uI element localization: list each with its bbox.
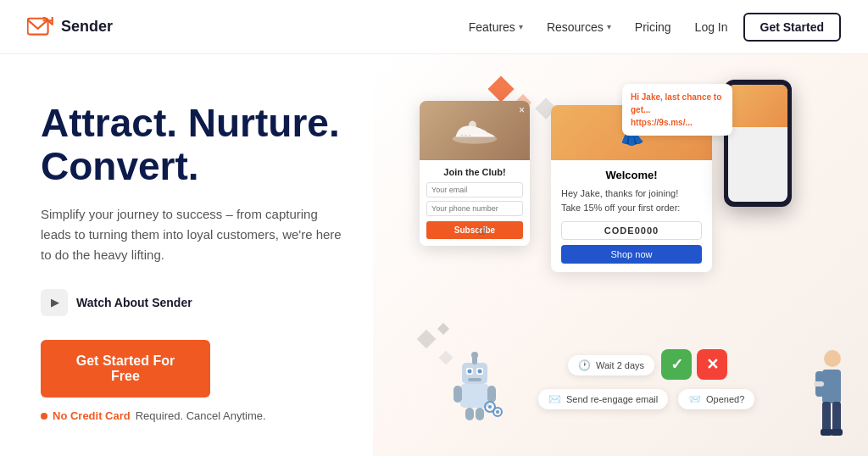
svg-rect-12 <box>822 402 831 431</box>
svg-rect-13 <box>832 402 841 431</box>
decorative-diamond-4 <box>417 330 437 349</box>
popup-title: Join the Club! <box>426 167 523 177</box>
decorative-diamond-1 <box>487 75 514 102</box>
svg-rect-16 <box>814 381 824 386</box>
svg-point-33 <box>496 410 499 414</box>
hero-title: Attract. Nurture. Convert. <box>41 102 346 187</box>
promo-code: CODE0000 <box>561 221 702 240</box>
email-card-body: Welcome! Hey Jake, thanks for joining! T… <box>551 160 712 272</box>
workflow-badge-send: ✉️ Send re-engage email <box>538 389 668 409</box>
hero-subtitle: Simplify your journey to success – from … <box>41 204 346 265</box>
svg-rect-15 <box>831 429 843 436</box>
phone-screen <box>728 85 787 202</box>
popup-product-image: × <box>420 101 530 160</box>
robot-illustration <box>445 346 504 414</box>
svg-rect-14 <box>821 429 832 436</box>
svg-rect-27 <box>487 386 496 403</box>
cursor-icon: ☞ <box>477 223 489 239</box>
popup-subscribe-card: × Join the Club! Subscribe ☞ <box>420 101 530 246</box>
svg-point-5 <box>461 135 464 137</box>
nav-pricing[interactable]: Pricing <box>626 15 680 39</box>
svg-rect-11 <box>832 371 841 397</box>
svg-point-6 <box>465 135 467 137</box>
decorative-diamond-6 <box>437 323 449 335</box>
svg-point-7 <box>469 135 471 137</box>
navbar: Sender Features ▾ Resources ▾ Pricing Lo… <box>0 0 868 54</box>
phone-device <box>724 80 792 207</box>
svg-rect-29 <box>476 408 484 420</box>
nav-login[interactable]: Log In <box>687 15 737 39</box>
svg-rect-28 <box>465 408 474 420</box>
shop-now-button[interactable]: Shop now <box>561 245 702 264</box>
nav-resources[interactable]: Resources ▾ <box>538 15 620 39</box>
hero-illustration: × Join the Club! Subscribe ☞ 👗 Welcome! … <box>373 54 868 456</box>
brand-name: Sender <box>61 18 113 36</box>
popup-close-icon[interactable]: × <box>519 104 525 116</box>
play-icon: ▶ <box>41 289 68 316</box>
hero-section: Attract. Nurture. Convert. Simplify your… <box>0 54 868 456</box>
email-icon: ✉️ <box>548 393 561 405</box>
workflow-badge-wait: 🕐 Wait 2 days <box>568 355 654 375</box>
logo[interactable]: Sender <box>27 17 113 37</box>
chevron-down-icon: ▾ <box>519 22 523 31</box>
mail-open-icon: 📨 <box>688 393 701 405</box>
checkmark-box: ✓ <box>661 349 692 380</box>
get-started-cta-button[interactable]: Get Started For Free <box>41 340 210 398</box>
popup-email-input[interactable] <box>426 182 523 197</box>
workflow-badge-opened: 📨 Opened? <box>678 389 754 409</box>
popup-subscribe-button[interactable]: Subscribe <box>426 221 523 239</box>
hero-left: Attract. Nurture. Convert. Simplify your… <box>0 54 373 456</box>
bullet-dot <box>41 413 47 420</box>
logo-icon <box>27 17 54 37</box>
svg-point-31 <box>488 405 492 409</box>
phone-screen-image <box>728 85 787 127</box>
svg-point-8 <box>824 350 841 367</box>
svg-rect-26 <box>453 386 462 403</box>
clock-icon: 🕐 <box>578 359 591 371</box>
popup-phone-input[interactable] <box>426 201 523 216</box>
shoe-illustration <box>449 114 500 147</box>
svg-point-20 <box>468 370 472 374</box>
email-card-greeting: Hey Jake, thanks for joining! Take 15% o… <box>561 186 702 214</box>
popup-body: Join the Club! Subscribe <box>420 160 530 246</box>
nav-links: Features ▾ Resources ▾ Pricing Log In Ge… <box>460 13 841 42</box>
sms-bubble: Hi Jake, last chance to get... https://9… <box>622 84 732 136</box>
nav-features[interactable]: Features ▾ <box>460 15 531 39</box>
no-credit-card-notice: No Credit Card Required. Cancel Anytime. <box>41 409 346 422</box>
svg-rect-22 <box>468 378 481 381</box>
watch-video-button[interactable]: ▶ Watch About Sender <box>41 289 346 316</box>
nav-get-started-button[interactable]: Get Started <box>743 13 841 42</box>
email-card-title: Welcome! <box>561 169 702 181</box>
chevron-down-icon: ▾ <box>607 22 611 31</box>
x-box: ✕ <box>697 349 727 380</box>
svg-point-21 <box>478 370 482 374</box>
svg-point-24 <box>471 352 478 359</box>
person-illustration <box>800 346 851 448</box>
